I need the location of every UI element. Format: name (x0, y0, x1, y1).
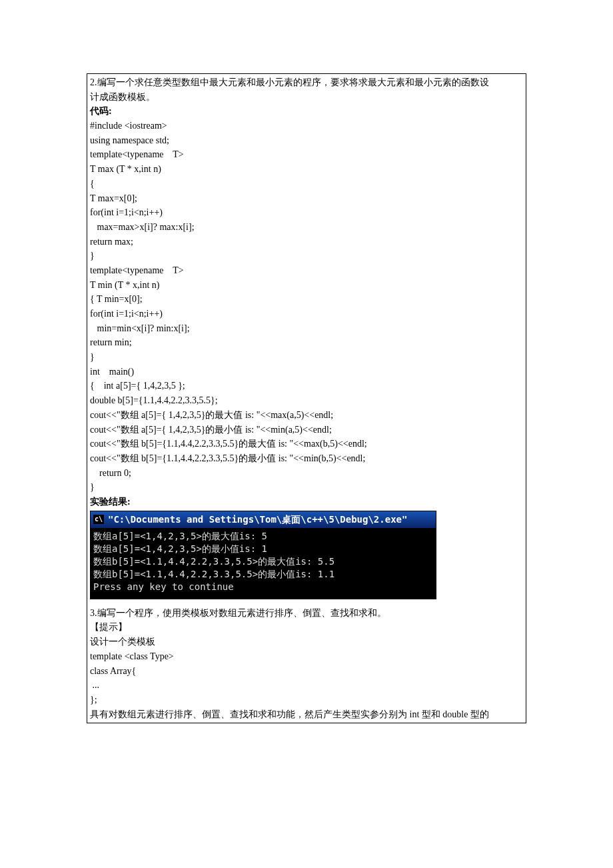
content-frame: 2.编写一个求任意类型数组中最大元素和最小元素的程序，要求将求最大元素和最小元素… (87, 73, 526, 723)
code-line: template<typename T> (90, 147, 523, 162)
code-line: int main() (90, 365, 523, 379)
code-line: T max (T * x,int n) (90, 162, 523, 177)
terminal-title-text: "C:\Documents and Settings\Tom\桌面\c++\5\… (108, 513, 407, 527)
terminal-body: 数组a[5]=<1,4,2,3,5>的最大值is: 5 数组a[5]=<1,4,… (90, 528, 436, 599)
problem2-desc-l2: 计成函数模板。 (90, 90, 523, 105)
code-line: for(int i=1;i<n;i++) (90, 205, 523, 220)
code-block: #include <iostream>using namespace std;t… (90, 119, 523, 495)
problem3-line: 【提示】 (90, 620, 523, 635)
code-line: return 0; (90, 466, 523, 481)
result-label: 实验结果: (90, 495, 523, 509)
problem3-line: template <class Type> (90, 649, 523, 664)
code-line: min=min<x[i]? min:x[i]; (90, 321, 523, 336)
problem3-block: 3.编写一个程序，使用类模板对数组元素进行排序、倒置、查找和求和。【提示】设计一… (90, 606, 523, 722)
code-line: } (90, 350, 523, 365)
cmd-icon: c\ (93, 515, 104, 524)
problem3-line: 3.编写一个程序，使用类模板对数组元素进行排序、倒置、查找和求和。 (90, 606, 523, 621)
terminal-titlebar: c\ "C:\Documents and Settings\Tom\桌面\c++… (90, 511, 436, 529)
content: 2.编写一个求任意类型数组中最大元素和最小元素的程序，要求将求最大元素和最小元素… (87, 74, 526, 723)
code-line: cout<<"数组 b[5]={1.1,4.4,2.2,3.3,5.5}的最大值… (90, 437, 523, 451)
code-line: double b[5]={1.1,4.4,2.2,3.3,5.5}; (90, 393, 523, 408)
problem3-line: 设计一个类模板 (90, 635, 523, 649)
code-line: cout<<"数组 a[5]={ 1,4,2,3,5}的最大值 is: "<<m… (90, 408, 523, 423)
code-line: T max=x[0]; (90, 191, 523, 206)
code-line: } (90, 249, 523, 263)
code-line: { T min=x[0]; (90, 292, 523, 307)
terminal-window: c\ "C:\Documents and Settings\Tom\桌面\c++… (90, 511, 436, 599)
code-line: cout<<"数组 a[5]={ 1,4,2,3,5}的最小值 is: "<<m… (90, 423, 523, 437)
code-line: for(int i=1;i<n;i++) (90, 307, 523, 321)
problem3-line: ... (90, 678, 523, 693)
code-line: } (90, 480, 523, 495)
code-label: 代码: (90, 104, 523, 119)
problem3-line: class Array{ (90, 664, 523, 679)
code-line: return min; (90, 335, 523, 350)
code-line: { (90, 177, 523, 191)
code-line: using namespace std; (90, 133, 523, 148)
problem3-line: }; (90, 693, 523, 707)
code-line: max=max>x[i]? max:x[i]; (90, 220, 523, 235)
page: 2.编写一个求任意类型数组中最大元素和最小元素的程序，要求将求最大元素和最小元素… (0, 0, 613, 868)
problem3-line: 具有对数组元素进行排序、倒置、查找和求和功能，然后产生类型实参分别为 int 型… (90, 707, 523, 722)
code-line: { int a[5]={ 1,4,2,3,5 }; (90, 379, 523, 393)
code-line: template<typename T> (90, 263, 523, 278)
code-line: cout<<"数组 b[5]={1.1,4.4,2.2,3.3,5.5}的最小值… (90, 451, 523, 466)
code-line: #include <iostream> (90, 119, 523, 133)
problem2-desc-l1: 2.编写一个求任意类型数组中最大元素和最小元素的程序，要求将求最大元素和最小元素… (90, 75, 523, 90)
code-line: T min (T * x,int n) (90, 278, 523, 293)
code-line: return max; (90, 235, 523, 249)
